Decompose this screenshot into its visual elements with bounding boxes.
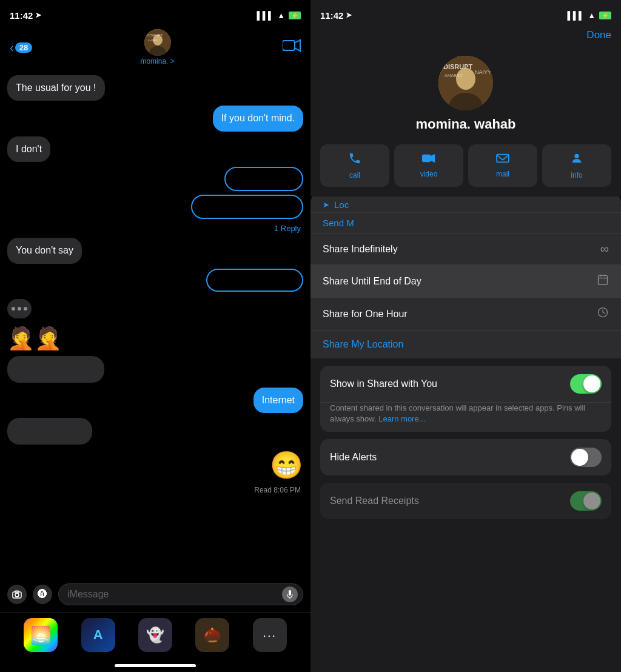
nav-bar-right: Done: [310, 27, 621, 46]
info-action-button[interactable]: info: [542, 144, 611, 187]
typing-indicator: [7, 297, 303, 321]
contact-nav-center[interactable]: DISRUPT AMABAD momina. >: [140, 29, 174, 66]
call-label: call: [349, 171, 360, 180]
apps-button[interactable]: 🅐: [33, 585, 52, 604]
hide-alerts-toggle-knob: [571, 449, 588, 466]
share-until-label: Share Until End of Day: [323, 276, 421, 287]
svg-line-28: [603, 312, 605, 314]
video-icon: [422, 152, 435, 167]
dock-more[interactable]: ···: [253, 618, 287, 652]
video-call-button[interactable]: [283, 39, 301, 56]
wifi-icon: ▲: [277, 11, 285, 20]
svg-point-21: [574, 154, 579, 158]
camera-button[interactable]: [7, 585, 27, 604]
message-the-usual: The usual for you !: [7, 75, 105, 101]
message-outline-1: [224, 167, 303, 191]
map-loc-partial: ➤ Loc: [310, 197, 621, 213]
svg-marker-6: [295, 40, 300, 51]
share-indefinitely-item[interactable]: Share Indefinitely ∞: [310, 234, 621, 265]
wifi-icon-right: ▲: [588, 11, 596, 20]
mail-label: mail: [496, 170, 509, 178]
location-nav-icon: ➤: [323, 200, 329, 209]
location-menu: ➤ Loc Send M Share Indefinitely ∞ Share …: [310, 197, 621, 330]
dock-acorn[interactable]: 🌰: [195, 618, 229, 652]
right-panel: 11:42 ➤ ▌▌▌ ▲ ⚡ Done DISRUPT AMABAD NAIY…: [310, 0, 621, 672]
read-receipt: Read 8:06 PM: [254, 486, 301, 494]
toggle-knob: [583, 375, 600, 392]
battery-icon: ⚡: [289, 12, 301, 19]
clock-icon: [597, 306, 609, 321]
reply-count[interactable]: 1 Reply: [274, 224, 301, 233]
send-read-receipts-toggle[interactable]: [570, 491, 602, 511]
done-button[interactable]: Done: [586, 29, 611, 41]
status-bar-right: 11:42 ➤ ▌▌▌ ▲ ⚡: [310, 0, 621, 27]
show-in-shared-toggle[interactable]: [570, 374, 602, 394]
hide-alerts-section: Hide Alerts: [320, 439, 611, 475]
info-label: info: [571, 171, 582, 180]
dock: 🌅 A 👻 🌰 ···: [0, 613, 310, 662]
status-icons-left: ▌▌▌ ▲ ⚡: [257, 11, 301, 20]
back-button[interactable]: ‹ 28: [10, 41, 32, 55]
call-action-button[interactable]: call: [320, 144, 389, 187]
message-dark-1: [7, 356, 104, 383]
svg-text:AMABAD: AMABAD: [445, 73, 463, 78]
clock-left: 11:42: [10, 10, 33, 21]
battery-icon-right: ⚡: [599, 12, 611, 19]
dock-photos[interactable]: 🌅: [24, 618, 58, 652]
svg-rect-18: [422, 155, 431, 163]
signal-icon: ▌▌▌: [257, 11, 274, 20]
svg-marker-19: [431, 154, 435, 163]
contact-name-nav: momina. >: [140, 57, 174, 66]
share-until-end-of-day-item[interactable]: Share Until End of Day: [310, 265, 621, 298]
audio-record-button[interactable]: [282, 586, 298, 602]
svg-rect-20: [497, 155, 509, 163]
signal-icon-right: ▌▌▌: [567, 11, 584, 20]
avatar-small: DISRUPT AMABAD: [144, 29, 171, 56]
emoji-grinning: 😁: [270, 449, 303, 481]
share-my-location-row[interactable]: Share My Location: [310, 330, 621, 358]
send-read-receipts-knob: [583, 492, 600, 509]
message-outline-2: [191, 195, 303, 219]
time-right: 11:42 ➤: [320, 10, 352, 21]
message-outline-3: [206, 269, 303, 292]
back-chevron-icon: ‹: [10, 41, 14, 55]
hide-alerts-row: Hide Alerts: [320, 439, 611, 475]
avatar-large: DISRUPT AMABAD NAIYYE: [438, 56, 493, 110]
svg-text:DISRUPT: DISRUPT: [147, 33, 163, 37]
call-icon: [348, 152, 361, 169]
hide-alerts-toggle[interactable]: [570, 448, 602, 467]
message-if-you: If you don't mind.: [213, 106, 303, 131]
avatar-image: DISRUPT AMABAD: [144, 29, 171, 56]
message-dark-2: [7, 418, 92, 445]
send-read-receipts-row: Send Read Receipts: [320, 483, 611, 519]
imessage-input[interactable]: iMessage: [58, 583, 303, 605]
send-m-text: Send M: [323, 218, 354, 228]
messages-area: The usual for you ! If you don't mind. I…: [0, 70, 310, 579]
contact-name-large: momina. wahab: [415, 116, 515, 132]
message-you-dont-say: You don't say: [7, 238, 82, 263]
learn-more-link[interactable]: Learn more...: [378, 414, 425, 423]
share-one-hour-item[interactable]: Share for One Hour: [310, 298, 621, 330]
svg-text:DISRUPT: DISRUPT: [443, 63, 473, 70]
back-count-badge: 28: [15, 42, 32, 53]
message-internet: Internet: [253, 388, 303, 413]
location-arrow-right: ➤: [346, 11, 352, 19]
left-panel: 11:42 ➤ ▌▌▌ ▲ ⚡ ‹ 28 DISRUPT AMABA: [0, 0, 310, 672]
mail-action-button[interactable]: mail: [468, 144, 537, 187]
bottom-toolbar: 🅐 iMessage: [0, 579, 310, 613]
mail-icon: [496, 152, 509, 167]
time-left: 11:42 ➤: [10, 10, 41, 21]
info-person-icon: [570, 152, 583, 169]
contact-profile: DISRUPT AMABAD NAIYYE momina. wahab: [310, 46, 621, 144]
video-label: video: [420, 170, 438, 178]
dock-appstore[interactable]: A: [81, 618, 115, 652]
show-in-shared-label: Show in Shared with You: [330, 378, 437, 389]
dock-ghost[interactable]: 👻: [138, 618, 172, 652]
share-one-hour-label: Share for One Hour: [323, 309, 408, 320]
input-placeholder: iMessage: [67, 589, 109, 600]
share-indefinitely-icon: ∞: [600, 242, 609, 256]
calendar-icon: [597, 274, 609, 289]
emoji-facepalm: 🤦🤦: [7, 326, 62, 351]
video-action-button[interactable]: video: [394, 144, 463, 187]
home-indicator: [115, 664, 196, 667]
